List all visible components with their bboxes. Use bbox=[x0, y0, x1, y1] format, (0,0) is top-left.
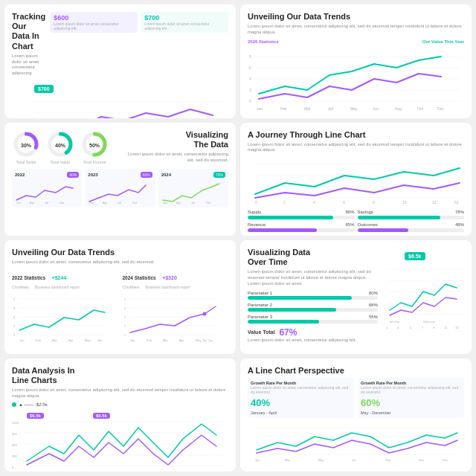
mini-chart-2022-badge: 40% bbox=[67, 172, 79, 178]
panel7-title: Data Analysis In Line Charts bbox=[12, 366, 228, 385]
param1-label: Parameter 1 bbox=[248, 291, 272, 295]
mini-chart-2024-year: 2024 bbox=[161, 173, 171, 177]
growth2-period: May - December bbox=[361, 411, 461, 415]
svg-text:4: 4 bbox=[13, 306, 16, 310]
growth1-period: January - April bbox=[251, 411, 351, 415]
svg-text:Feb: Feb bbox=[147, 338, 152, 342]
svg-text:0: 0 bbox=[255, 200, 257, 205]
panel3-mini-charts: 2022 40% Jan Apr Jul Oct 2023 60% Jan Ap… bbox=[12, 169, 228, 208]
svg-text:3: 3 bbox=[124, 315, 126, 319]
param3: Parameter 3 55% bbox=[248, 315, 378, 324]
col-chart-2024: 2024 Statistics +$320 ChroMaes Business … bbox=[123, 269, 229, 344]
panel6-title: Visualizing Data Over Time bbox=[248, 248, 378, 267]
panel8-chart: Jan Mar May Jul Sep Nov Dec bbox=[248, 422, 460, 463]
svg-text:Jul: Jul bbox=[352, 458, 356, 462]
svg-text:Nov: Nov bbox=[419, 458, 424, 462]
svg-text:2: 2 bbox=[283, 200, 286, 205]
panel1-chart: $700 0 2 4 6 8 10 12 bbox=[12, 80, 228, 118]
panel7-badge2: $6.5k bbox=[93, 413, 110, 419]
svg-text:8: 8 bbox=[373, 200, 375, 205]
svg-text:Jan: Jan bbox=[163, 201, 167, 205]
growth1-pct: 40% bbox=[251, 397, 351, 408]
svg-text:Dec: Dec bbox=[443, 458, 448, 462]
panel7-legend1: ▲ ─── -$2.5k bbox=[12, 402, 228, 407]
panel8-grid: Growth Rate Per Month Lorem ipsum dolor … bbox=[248, 378, 464, 463]
svg-point-89 bbox=[202, 312, 206, 315]
svg-text:900: 900 bbox=[12, 432, 17, 436]
col-chart-2022: 2022 Statistics +$244 ChroMaes Business … bbox=[12, 269, 118, 344]
svg-text:5: 5 bbox=[124, 298, 126, 301]
panel5-subtitle: Lorem ipsum dolor sit amet, consectetur … bbox=[12, 260, 228, 266]
panel8-title: A Line Chart Perspective bbox=[248, 366, 464, 376]
svg-text:1: 1 bbox=[124, 333, 126, 337]
svg-text:9: 9 bbox=[433, 326, 435, 329]
svg-text:Apr: Apr bbox=[68, 338, 74, 342]
panel1-stat2-val: $700 bbox=[144, 14, 225, 22]
panel1-stat2-desc: Lorem ipsum dolor sit amet consectetur a… bbox=[144, 22, 225, 30]
svg-text:Oct: Oct bbox=[417, 106, 423, 111]
svg-text:Jul: Jul bbox=[118, 201, 121, 205]
panel1-svg: 0 2 4 6 8 10 12 bbox=[12, 94, 228, 118]
svg-text:Mar: Mar bbox=[163, 338, 169, 342]
mini-chart-2023: 2023 60% Jan Apr Jul Oct bbox=[85, 169, 155, 208]
mini-chart-2024-badge: 70% bbox=[213, 172, 225, 178]
svg-text:Mar: Mar bbox=[285, 458, 291, 462]
svg-text:Aug: Aug bbox=[395, 106, 402, 111]
col-chart-2024-sub: ChroMaes Business dashboard report bbox=[123, 285, 229, 289]
svg-text:600: 600 bbox=[12, 443, 17, 447]
panel3-subtitle: Lorem ipsum dolor sit amet, consectetur … bbox=[123, 152, 229, 164]
col-chart-2022-sub: ChroMaes Business dashboard report bbox=[12, 285, 118, 289]
svg-text:1200: 1200 bbox=[12, 421, 19, 425]
panel-line-perspective: A Line Chart Perspective Growth Rate Per… bbox=[240, 358, 472, 472]
svg-text:May: May bbox=[318, 458, 324, 462]
svg-text:Apr: Apr bbox=[103, 201, 108, 205]
svg-text:0: 0 bbox=[249, 99, 251, 103]
panel6-value-desc: Lorem ipsum dolor sit amet, consectetur … bbox=[248, 338, 378, 344]
growth1-desc: Lorem ipsum dolor sit amet, consectetur … bbox=[251, 385, 351, 395]
svg-text:Jun: Jun bbox=[373, 106, 379, 111]
svg-text:6: 6 bbox=[343, 200, 345, 205]
panel-tracking-chart: Tracking Our Data In Chart Lorem ipsum d… bbox=[4, 4, 236, 118]
donut-1: 30% Total Sales bbox=[12, 130, 40, 164]
col-chart-2024-val: +$320 bbox=[162, 275, 177, 280]
donut1-label: Total Sales bbox=[16, 160, 36, 164]
svg-text:Outcome: Outcome bbox=[423, 320, 436, 324]
panel6-value-label: Value Total bbox=[248, 329, 274, 335]
param2: Parameter 2 68% bbox=[248, 303, 378, 312]
panel2-subtitle: Lorem ipsum dolor sit amet, consectetur … bbox=[248, 24, 464, 36]
panel2-legend1: 2026 Statistics bbox=[248, 39, 279, 44]
svg-text:Income: Income bbox=[390, 320, 400, 324]
svg-text:3: 3 bbox=[397, 326, 399, 329]
panel6-chart: Income Outcome 1 3 5 7 9 11 12 bbox=[382, 262, 464, 332]
param3-val: 55% bbox=[369, 315, 378, 319]
panel6-right: $6.5k Income Outcome 1 3 5 7 9 11 12 bbox=[382, 248, 464, 347]
svg-text:2: 2 bbox=[249, 88, 251, 92]
mini-chart-2023-badge: 60% bbox=[141, 172, 152, 178]
donut-3: 50% Total Income bbox=[80, 130, 109, 164]
svg-text:Jun: Jun bbox=[208, 338, 213, 342]
panel4-title: A Journey Through Line Chart bbox=[248, 130, 464, 140]
panel4-subtitle: Lorem ipsum dolor sit amet, consectetur … bbox=[248, 142, 464, 154]
mini-chart-2022: 2022 40% Jan Apr Jul Oct bbox=[12, 169, 82, 208]
svg-text:4: 4 bbox=[249, 77, 251, 81]
svg-text:Apr: Apr bbox=[179, 338, 184, 342]
param1-val: 80% bbox=[369, 291, 378, 295]
svg-text:5: 5 bbox=[13, 298, 16, 301]
svg-text:Jan: Jan bbox=[255, 458, 260, 462]
svg-text:50%: 50% bbox=[89, 143, 100, 148]
panel6-subtitle: Lorem ipsum dolor sit amet, consectetur … bbox=[248, 269, 378, 286]
col-chart-2024-year: 2024 Statistics bbox=[123, 275, 156, 280]
panel6-value-pct: 67% bbox=[279, 327, 297, 338]
svg-text:Apr: Apr bbox=[328, 106, 334, 111]
panel5-charts: 2022 Statistics +$244 ChroMaes Business … bbox=[12, 269, 228, 344]
svg-text:4: 4 bbox=[124, 306, 126, 310]
svg-text:51: 51 bbox=[454, 200, 459, 205]
panel6-params: Parameter 1 80% Parameter 2 68% Paramete… bbox=[248, 291, 378, 324]
svg-text:Feb: Feb bbox=[280, 106, 287, 111]
progress-supply-label: Supply bbox=[248, 210, 261, 214]
svg-text:Jan: Jan bbox=[257, 106, 263, 111]
donut3-label: Total Income bbox=[83, 160, 106, 164]
svg-text:Mar: Mar bbox=[52, 338, 58, 342]
panel8-chart-area: Jan Mar May Jul Sep Nov Dec bbox=[248, 422, 464, 463]
panel2-chart: 8 6 4 2 0 Jan Feb Mar Apr May Jun Aug Oc… bbox=[248, 45, 463, 112]
